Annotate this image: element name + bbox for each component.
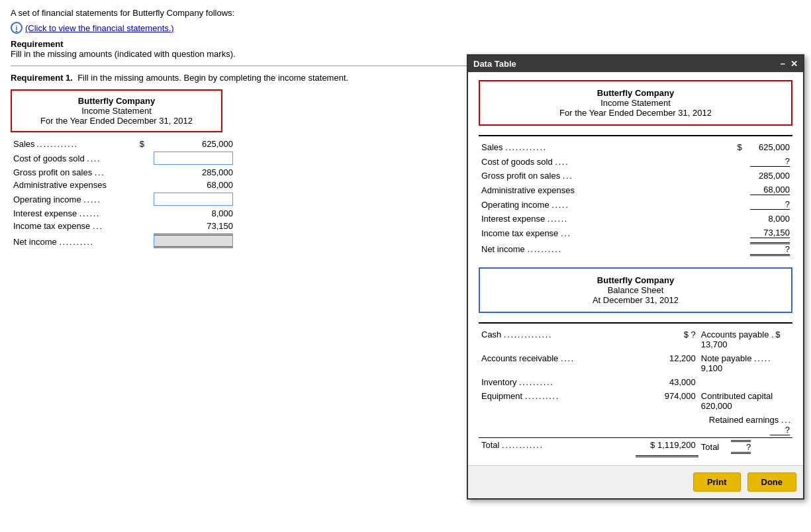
m-cogs-underline: ? [750,156,790,167]
modal-bs-title: Balance Sheet [483,285,788,295]
net-income-label: Net income . . . . . . . . . . [11,232,133,251]
m-intexp-label: Interest expense . . . . . . [479,212,651,226]
table-row: Interest expense . . . . . . 8,000 [479,212,792,226]
modal-bs-company: Butterfly Company [483,275,788,285]
bs-inv-label: Inventory . . . . . . . . . . [479,375,636,389]
table-row: Operating income . . . . . [11,191,236,207]
bs-inv-value: 43,000 [636,375,698,389]
bs-equip-value: 974,000 [636,389,698,413]
table-row: Operating income . . . . . ? [479,197,792,212]
net-income-dollar [133,232,147,251]
table-row: Interest expense . . . . . . 8,000 [11,207,236,220]
bs-re-underline: ? [770,425,790,435]
m-netinc-value: ? [651,240,792,258]
bs-empty-mid [636,413,698,438]
m-netinc-double: ? [750,242,790,256]
left-is-date: For the Year Ended December 31, 2012 [15,116,218,126]
table-row: Net income . . . . . . . . . . [11,232,236,251]
tax-exp-label: Income tax expense . . . [11,220,133,232]
int-exp-dollar [133,207,147,220]
modal-bs-date: At December 31, 2012 [483,295,788,305]
done-button[interactable]: Done [747,472,797,492]
table-row: Cash . . . . . . . . . . . . . . $ ? Acc… [479,328,792,351]
tax-exp-value: 73,150 [147,220,236,232]
bs-cash-value: $ ? [636,328,698,351]
net-income-input-cell[interactable] [147,232,236,251]
m-opinc-value: ? [651,197,792,212]
table-row: Income tax expense . . . 73,150 [11,220,236,232]
modal-is-date: For the Year Ended December 31, 2012 [483,108,788,118]
bs-re-label: Retained earnings . . . ? [698,413,792,438]
bs-ar-label: Accounts receivable . . . . [479,351,636,375]
m-netinc-label: Net income . . . . . . . . . . [479,240,651,258]
m-admin-label: Administrative expenses [479,183,651,197]
gross-profit-label: Gross profit on sales . . . [11,166,133,179]
m-opinc-label: Operating income . . . . . [479,197,651,212]
cogs-input[interactable] [154,152,233,165]
net-income-input[interactable] [154,234,233,248]
table-row: Inventory . . . . . . . . . . 43,000 [479,375,792,389]
left-is-title: Income Statement [15,106,218,116]
modal-balance-table: Cash . . . . . . . . . . . . . . $ ? Acc… [479,328,792,457]
print-button[interactable]: Print [693,472,741,492]
m-taxexp-value: 73,150 [651,226,792,240]
bs-total-left-label: Total . . . . . . . . . . . . [479,438,636,457]
bs-empty-right [698,375,792,389]
m-sales-label: Sales . . . . . . . . . . . . [479,140,651,154]
tax-exp-dollar [133,220,147,232]
m-gross-value: 285,000 [651,169,792,183]
gross-profit-value: 285,000 [147,166,236,179]
op-income-label: Operating income . . . . . [11,191,133,207]
modal-minimize-button[interactable]: − [780,59,785,69]
table-row: Retained earnings . . . ? [479,413,792,438]
modal-income-table: Sales . . . . . . . . . . . . $ 625,000 … [479,140,792,258]
modal-bs-top-divider [479,322,792,324]
m-cogs-label: Cost of goods sold . . . . [479,154,651,169]
modal-income-box: Butterfly Company Income Statement For t… [479,80,792,126]
admin-exp-label: Administrative expenses [11,179,133,191]
click-link[interactable]: i (Click to view the financial statement… [11,22,174,34]
data-table-modal: Data Table − ✕ Butterfly Company Income … [467,54,804,500]
m-sales-value: $ 625,000 [651,140,792,154]
req1-instruction: Fill in the missing amounts. Begin by co… [77,73,348,83]
modal-is-company: Butterfly Company [483,88,788,98]
click-link-text[interactable]: (Click to view the financial statements.… [25,23,174,33]
m-intexp-value: 8,000 [651,212,792,226]
admin-exp-value: 68,000 [147,179,236,191]
op-income-input-cell[interactable] [147,191,236,207]
table-row: Cost of goods sold . . . . ? [479,154,792,169]
op-income-input[interactable] [154,193,233,206]
left-income-statement-box: Butterfly Company Income Statement For t… [11,89,222,132]
op-income-dollar [133,191,147,207]
table-row: Sales . . . . . . . . . . . . $ 625,000 [11,138,236,150]
info-icon: i [11,22,23,34]
table-row: Total . . . . . . . . . . . . $ 1,119,20… [479,438,792,457]
int-exp-label: Interest expense . . . . . . [11,207,133,220]
modal-close-button[interactable]: ✕ [790,59,798,69]
sales-label: Sales . . . . . . . . . . . . [11,138,133,150]
requirement-header: Requirement [11,39,800,49]
bs-total-right-underline: ? [731,440,751,454]
table-row: Equipment . . . . . . . . . . 974,000 Co… [479,389,792,413]
m-taxexp-label: Income tax expense . . . [479,226,651,240]
table-row: Administrative expenses 68,000 [479,183,792,197]
cogs-dollar [133,150,147,166]
left-is-company: Butterfly Company [15,96,218,106]
m-admin-underline: 68,000 [750,185,790,195]
table-row: Cost of goods sold . . . . [11,150,236,166]
int-exp-value: 8,000 [147,207,236,220]
req1-label: Requirement 1. [11,73,73,83]
cogs-input-cell[interactable] [147,150,236,166]
m-opinc-underline: ? [750,199,790,210]
bs-np-label: Note payable . . . . . 9,100 [698,351,792,375]
table-row: Net income . . . . . . . . . . ? [479,240,792,258]
left-income-table: Sales . . . . . . . . . . . . $ 625,000 … [11,138,236,251]
main-content: A set of financial statements for Butter… [0,0,811,532]
m-cogs-value: ? [651,154,792,169]
table-row: Gross profit on sales . . . 285,000 [11,166,236,179]
modal-body: Butterfly Company Income Statement For t… [468,72,803,465]
modal-is-title: Income Statement [483,98,788,108]
modal-footer: Print Done [468,465,803,498]
bs-total-right-label: Total ? [698,438,792,457]
modal-is-top-divider [479,135,792,136]
